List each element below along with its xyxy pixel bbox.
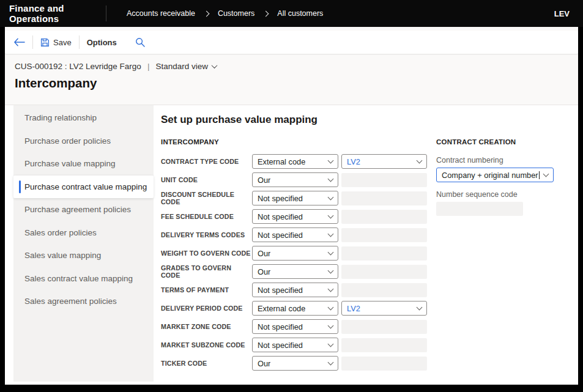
chevron-down-icon [328,157,334,163]
sidebar-item-label: Trading relationship [24,113,97,122]
sidebar-item[interactable]: Trading relationship [13,106,154,130]
page-header: CUS-000192 : LV2 Levridge Fargo | Standa… [5,54,578,105]
mapping-type-dropdown[interactable]: Not specified [252,191,338,205]
external-code-dropdown[interactable]: LV2 [341,154,427,169]
toolbar-divider [79,35,80,49]
record-title: CUS-000192 : LV2 Levridge Fargo [15,62,141,71]
sidebar-item-label: Sales contract value mapping [24,274,133,283]
breadcrumb-item-accounts-receivable[interactable]: Accounts receivable [127,9,195,18]
external-code-dropdown[interactable]: LV2 [341,301,427,316]
disabled-field [341,283,427,297]
options-button[interactable]: Options [87,38,117,47]
sidebar-item[interactable]: Purchase agreement policies [13,198,154,221]
back-button[interactable] [13,38,25,46]
chevron-down-icon [328,359,334,365]
sidebar-item-label: Purchase agreement policies [24,205,131,214]
contract-creation-panel: CONTRACT CREATION Contract numbering Com… [436,138,559,372]
form-row: DISCOUNT SCHEDULE CODENot specified [161,189,427,207]
mapping-type-dropdown[interactable]: Not specified [252,319,338,334]
arrow-left-icon [13,38,25,46]
dropdown-value: External code [258,304,305,313]
disabled-field [341,173,427,187]
sidebar-item-label: Purchase order policies [24,136,111,146]
form-row: DELIVERY TERMS CODESNot specified [161,226,427,244]
dropdown-value: Our [258,267,270,276]
save-button[interactable]: Save [40,38,72,47]
form-row: CONTRACT TYPE CODEExternal codeLV2 [161,152,427,171]
disabled-field [341,191,427,205]
app-title[interactable]: Finance and Operations [0,3,106,24]
dropdown-value: Company + original number [442,171,538,180]
mapping-type-dropdown[interactable]: Not specified [252,209,338,224]
dropdown-value: Not specified [258,286,303,295]
field-label: FEE SCHEDULE CODE [161,213,252,220]
field-label: DISCOUNT SCHEDULE CODE [161,191,252,205]
disabled-field [341,357,427,371]
page-title: Intercompany [15,76,578,91]
chevron-down-icon [328,231,334,237]
chevron-down-icon [328,322,334,328]
section-heading: Set up purchase value mapping [161,114,568,126]
chevron-down-icon [328,341,334,347]
field-label: GRADES TO GOVERN CODE [161,264,252,279]
form-row: FEE SCHEDULE CODENot specified [161,207,427,226]
sidebar-item[interactable]: Purchase order policies [13,130,154,153]
top-navigation-bar: Finance and Operations Accounts receivab… [0,0,583,27]
sidebar-item[interactable]: Purchase contract value mapping [13,176,154,199]
mapping-type-dropdown[interactable]: Not specified [252,338,338,352]
breadcrumb-item-all-customers[interactable]: All customers [277,9,323,18]
mapping-type-dropdown[interactable]: Not specified [252,227,338,242]
toolbar-search-button[interactable] [135,37,145,47]
group-title-intercompany: INTERCOMPANY [161,138,427,148]
sidebar-item-label: Purchase contract value mapping [24,182,147,191]
mapping-type-dropdown[interactable]: Not specified [252,283,338,297]
search-icon [135,37,145,47]
form-row: DELIVERY PERIOD CODEExternal codeLV2 [161,299,427,317]
number-sequence-label: Number sequence code [436,190,559,199]
form-row: TERMS OF PAYMENTNot specified [161,281,427,299]
mapping-type-dropdown[interactable]: Our [252,246,338,261]
company-badge[interactable]: LEV [554,9,583,18]
mapping-type-dropdown[interactable]: Our [252,264,338,279]
contract-numbering-dropdown[interactable]: Company + original number [436,168,554,182]
dropdown-value: LV2 [347,157,360,166]
form-row: UNIT CODEOur [161,171,427,189]
toolbar-divider [32,35,33,49]
mapping-type-dropdown[interactable]: Our [252,356,338,371]
breadcrumb-item-customers[interactable]: Customers [218,9,254,18]
chevron-right-icon [203,10,209,17]
chevron-down-icon [328,267,334,273]
sidebar-item[interactable]: Sales agreement policies [13,290,154,313]
view-selector-label: Standard view [155,62,208,71]
sidebar-item[interactable]: Sales value mapping [13,244,154,267]
field-label: TICKER CODE [161,360,252,367]
main-panel: Set up purchase value mapping INTERCOMPA… [154,105,578,385]
sidebar-item[interactable]: Sales contract value mapping [13,267,154,290]
chevron-down-icon [543,171,549,177]
number-sequence-field [436,202,523,216]
field-label: TERMS OF PAYMENT [161,286,252,294]
chevron-down-icon [417,304,423,310]
mapping-type-dropdown[interactable]: Our [252,172,338,187]
disabled-field [341,320,427,334]
save-button-label: Save [53,38,72,47]
dropdown-value: Our [258,176,270,185]
topbar-divider [106,6,106,21]
field-label: UNIT CODE [161,176,252,183]
selected-indicator [19,180,21,193]
view-selector[interactable]: Standard view [155,62,217,71]
sidebar-item-label: Sales agreement policies [24,297,117,306]
dropdown-value: Not specified [258,322,303,331]
mapping-type-dropdown[interactable]: External code [252,154,338,169]
field-label: WEIGHT TO GOVERN CODE [161,250,252,257]
dropdown-value: LV2 [347,304,360,313]
sidebar-item[interactable]: Purchase value mapping [13,152,154,176]
record-separator: | [147,62,150,71]
chevron-down-icon [328,249,334,255]
sidebar-item[interactable]: Sales order policies [13,221,154,245]
floppy-disk-icon [40,38,50,47]
dropdown-value: Not specified [258,341,303,350]
field-label: CONTRACT TYPE CODE [161,158,252,165]
chevron-down-icon [417,157,423,163]
mapping-type-dropdown[interactable]: External code [252,301,338,316]
